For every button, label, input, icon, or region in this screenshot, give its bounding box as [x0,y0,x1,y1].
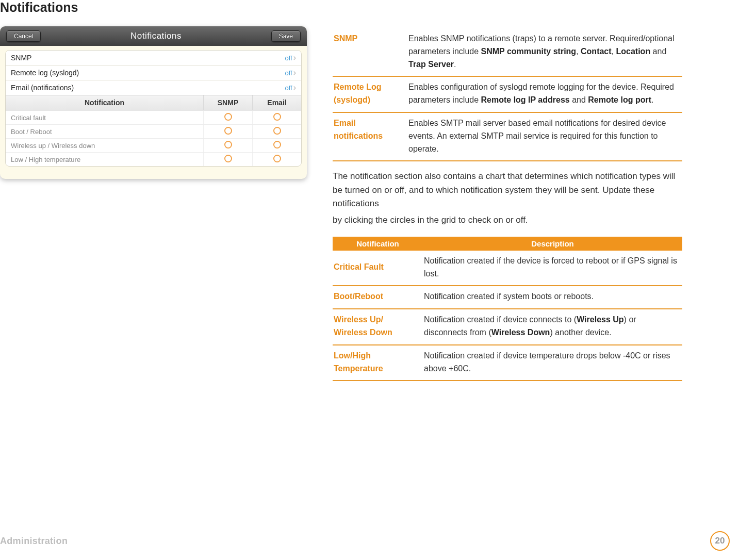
grid-row-label: Boot / Reboot [6,126,203,138]
desc-text: Notification created if device connects … [423,309,682,345]
radio-icon[interactable] [224,155,232,162]
radio-icon[interactable] [224,127,232,135]
setting-row-email[interactable]: Email (notifications) off › [6,80,301,95]
paragraph: The notification section also contains a… [333,170,682,210]
desc-text: Notification created if system boots or … [423,286,682,309]
dialog-title: Notifications [41,31,271,41]
table-row: Wireless Up/ Wireless Down Notification … [333,309,682,345]
desc-text: Notification created if device temperatu… [423,345,682,381]
grid-header-snmp: SNMP [203,95,252,110]
settings-list: SNMP off › Remote log (syslogd) off › [5,50,302,167]
chevron-right-icon: › [293,54,296,62]
header-description: Description [423,237,682,251]
footer-section-label: Administration [0,536,68,547]
setting-state: off › [285,54,296,62]
setting-row-snmp[interactable]: SNMP off › [6,51,301,65]
desc-key: Boot/Reboot [333,286,423,309]
grid-row-label: Critical fault [6,112,203,124]
def-key: Remote Log (syslogd) [333,76,407,112]
radio-icon[interactable] [273,127,281,135]
definitions-table: SNMP Enables SNMP notifications (traps) … [333,28,682,161]
page-number-badge: 20 [710,531,730,551]
table-row: Email notifications Enables SMTP mail se… [333,112,682,161]
table-row: Critical Fault Notification created if t… [333,251,682,286]
desc-key: Critical Fault [333,251,423,286]
grid-row: Critical fault [6,110,301,124]
table-row: Low/High Temperature Notification create… [333,345,682,381]
radio-icon[interactable] [224,141,232,149]
page-heading: Notifications [0,0,307,15]
radio-icon[interactable] [273,141,281,149]
table-header: Notification Description [333,237,682,251]
def-text: Enables SMTP mail server based email not… [407,112,682,161]
dialog-header: Cancel Notifications Save [0,26,307,46]
grid-header: Notification SNMP Email [6,95,301,110]
setting-state: off › [285,69,296,77]
table-row: Boot/Reboot Notification created if syst… [333,286,682,309]
grid-row: Boot / Reboot [6,124,301,138]
setting-label: Remote log (syslogd) [11,69,79,77]
grid-row: Wireless up / Wireless down [6,138,301,152]
setting-label: SNMP [11,54,31,62]
setting-row-remote-log[interactable]: Remote log (syslogd) off › [6,65,301,80]
def-key: SNMP [333,28,407,76]
screenshot-panel: Cancel Notifications Save SNMP off › Rem… [0,26,307,179]
cancel-button[interactable]: Cancel [6,30,41,42]
desc-key: Wireless Up/ Wireless Down [333,309,423,345]
desc-key: Low/High Temperature [333,345,423,381]
grid-row-label: Low / High temperature [6,154,203,166]
radio-icon[interactable] [224,113,232,121]
header-notification: Notification [333,237,423,251]
setting-state: off › [285,84,296,92]
grid-row-label: Wireless up / Wireless down [6,140,203,152]
def-text: Enables SNMP notifications (traps) to a … [407,28,682,76]
radio-icon[interactable] [273,155,281,162]
descriptions-table: Notification Description Critical Fault … [333,237,682,382]
grid-row: Low / High temperature [6,152,301,166]
grid-header-email: Email [252,95,301,110]
paragraph: by clicking the circles in the grid to c… [333,213,682,227]
def-text: Enables configuration of syslogd remote … [407,76,682,112]
setting-label: Email (notifications) [11,84,74,92]
table-row: Remote Log (syslogd) Enables configurati… [333,76,682,112]
save-button[interactable]: Save [271,30,301,42]
chevron-right-icon: › [293,84,296,92]
desc-text: Notification created if the device is fo… [423,251,682,286]
page-footer: Administration 20 [0,531,739,551]
chevron-right-icon: › [293,69,296,77]
def-key: Email notifications [333,112,407,161]
grid-header-notification: Notification [6,95,203,110]
table-row: SNMP Enables SNMP notifications (traps) … [333,28,682,76]
radio-icon[interactable] [273,113,281,121]
